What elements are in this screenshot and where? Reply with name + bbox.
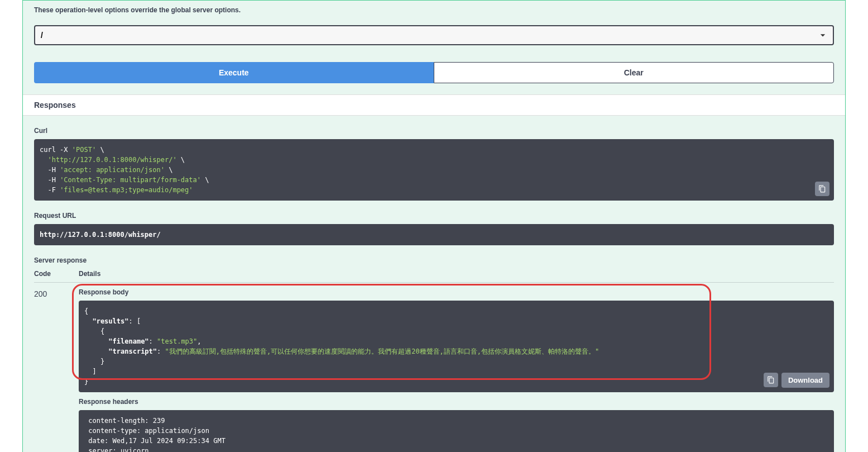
curl-label: Curl: [34, 127, 834, 135]
clear-button[interactable]: Clear: [434, 62, 835, 83]
copy-curl-button[interactable]: [815, 182, 829, 196]
execute-button[interactable]: Execute: [34, 62, 434, 83]
responses-section-header: Responses: [23, 94, 845, 116]
response-body-block: { "results": [ { "filename": "test.mp3",…: [79, 301, 834, 392]
details-column-header: Details: [79, 270, 834, 278]
status-code: 200: [34, 288, 79, 452]
download-button[interactable]: Download: [781, 373, 829, 388]
response-headers-label: Response headers: [79, 398, 834, 406]
action-button-row: Execute Clear: [34, 62, 834, 83]
response-table-header: Code Details: [34, 270, 834, 283]
responses-heading: Responses: [34, 101, 834, 110]
clipboard-icon: [818, 185, 826, 193]
request-url-label: Request URL: [34, 212, 834, 220]
server-response-label: Server response: [34, 256, 834, 264]
curl-code-block: curl -X 'POST' \ 'http://127.0.0.1:8000/…: [34, 139, 834, 201]
override-caption: These operation-level options override t…: [34, 6, 834, 14]
response-headers-block: content-length: 239 content-type: applic…: [79, 410, 834, 452]
server-select[interactable]: /: [34, 25, 834, 45]
copy-response-button[interactable]: [764, 373, 778, 387]
response-body-label: Response body: [79, 288, 834, 296]
code-column-header: Code: [34, 270, 79, 278]
clipboard-icon: [767, 376, 775, 384]
request-url-block: http://127.0.0.1:8000/whisper/: [34, 224, 834, 245]
